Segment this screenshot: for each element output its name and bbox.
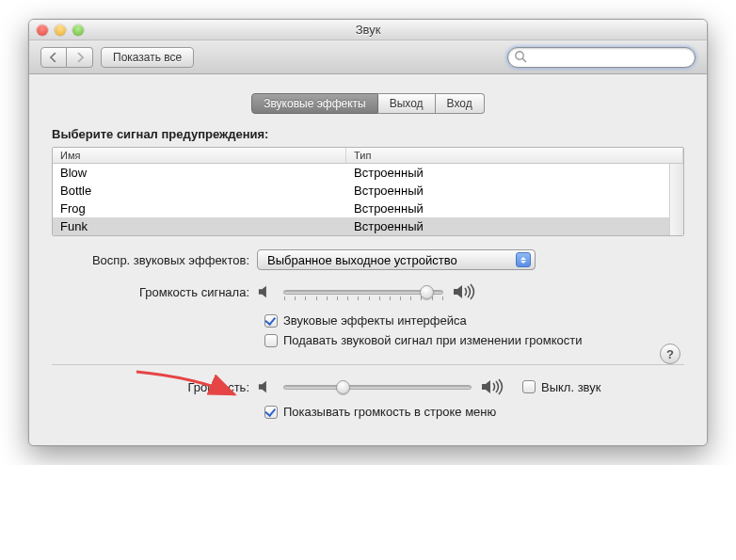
titlebar: Звук xyxy=(29,20,707,40)
sound-prefs-window: Звук Показать все Звуковые эффекты Выход… xyxy=(28,19,708,446)
table-row[interactable]: Frog Встроенный xyxy=(53,200,683,217)
speaker-low-icon xyxy=(257,379,274,394)
playthrough-value: Выбранное выходное устройство xyxy=(267,253,457,267)
forward-button[interactable] xyxy=(67,47,93,68)
tab-output[interactable]: Выход xyxy=(378,93,436,114)
back-button[interactable] xyxy=(40,47,67,68)
column-type[interactable]: Тип xyxy=(346,148,683,163)
mute-label: Выкл. звук xyxy=(541,380,600,394)
column-name[interactable]: Имя xyxy=(53,148,346,163)
tab-input[interactable]: Вход xyxy=(436,93,485,114)
window-controls xyxy=(37,24,84,36)
content-area: Звуковые эффекты Выход Вход Выберите сиг… xyxy=(29,74,707,445)
popup-arrows-icon xyxy=(516,252,531,267)
divider xyxy=(52,364,684,365)
minimize-icon[interactable] xyxy=(55,24,66,36)
window-title: Звук xyxy=(29,23,707,37)
alert-volume-slider[interactable] xyxy=(283,290,443,295)
speaker-low-icon xyxy=(257,284,274,299)
chevron-right-icon xyxy=(76,53,84,62)
tab-bar: Звуковые эффекты Выход Вход xyxy=(52,93,684,114)
alert-volume-label: Громкость сигнала: xyxy=(52,285,257,299)
show-all-button[interactable]: Показать все xyxy=(101,47,194,68)
table-row[interactable]: Funk Встроенный xyxy=(53,217,683,235)
volume-feedback-checkbox[interactable] xyxy=(264,334,278,347)
output-volume-label: Громкость: xyxy=(52,380,257,394)
speaker-high-icon xyxy=(453,283,477,300)
search-input[interactable] xyxy=(507,47,696,68)
menubar-volume-label: Показывать громкость в строке меню xyxy=(283,405,496,419)
chevron-left-icon xyxy=(50,53,57,62)
ui-sounds-label: Звуковые эффекты интерфейса xyxy=(283,313,467,328)
speaker-high-icon xyxy=(481,378,505,395)
playthrough-label: Воспр. звуковых эффектов: xyxy=(52,253,257,267)
mute-checkbox[interactable] xyxy=(522,380,536,393)
close-icon[interactable] xyxy=(37,24,48,36)
alert-sound-prompt: Выберите сигнал предупреждения: xyxy=(52,127,684,141)
zoom-icon[interactable] xyxy=(72,24,84,36)
playthrough-popup[interactable]: Выбранное выходное устройство xyxy=(257,249,536,270)
ui-sounds-checkbox[interactable] xyxy=(264,314,278,328)
svg-line-1 xyxy=(522,58,525,61)
table-row[interactable]: Blow Встроенный xyxy=(53,164,683,182)
nav-buttons xyxy=(40,47,93,68)
help-button[interactable]: ? xyxy=(660,344,680,364)
volume-feedback-label: Подавать звуковой сигнал при изменении г… xyxy=(283,333,582,347)
alert-sounds-table: Имя Тип Blow Встроенный Bottle Встроенны… xyxy=(52,147,684,236)
menubar-volume-checkbox[interactable] xyxy=(264,406,278,419)
tab-sound-effects[interactable]: Звуковые эффекты xyxy=(251,93,377,114)
table-row[interactable]: Bottle Встроенный xyxy=(53,182,683,200)
scrollbar[interactable] xyxy=(669,164,683,235)
search-icon xyxy=(514,50,527,63)
output-volume-slider[interactable] xyxy=(283,385,472,390)
toolbar: Показать все xyxy=(29,40,707,74)
